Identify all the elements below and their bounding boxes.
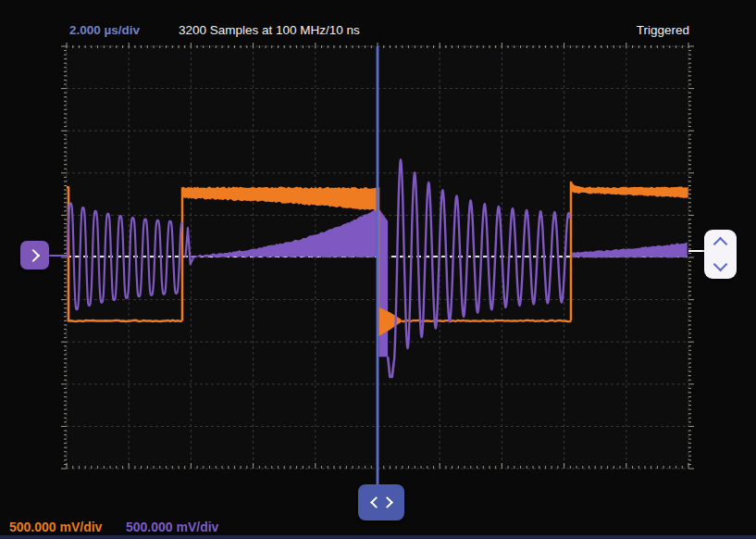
left-ruler: [61, 46, 67, 469]
ch2-scale-label: 500.000 mV/div: [126, 520, 218, 534]
trigger-level-stepper: [704, 230, 737, 279]
trigger-position-handle[interactable]: [358, 484, 404, 520]
oscilloscope-app: 2.000 µs/div 3200 Samples at 100 MHz/10 …: [0, 0, 756, 539]
ch1-scale-label: 500.000 mV/div: [9, 520, 102, 534]
trigger-level-up-button[interactable]: [704, 230, 737, 255]
chevron-right-icon: [27, 248, 40, 261]
right-ruler: [688, 46, 694, 469]
trigger-level-down-button[interactable]: [704, 255, 737, 280]
ch2-offset-handle[interactable]: [20, 241, 49, 270]
chevron-left-icon: [370, 496, 382, 508]
chevron-down-icon: [713, 257, 728, 272]
chevron-right-icon: [381, 496, 393, 508]
scope-plot: [0, 0, 756, 539]
bottom-edge-strip: [0, 535, 756, 539]
chevron-up-icon: [713, 236, 728, 251]
